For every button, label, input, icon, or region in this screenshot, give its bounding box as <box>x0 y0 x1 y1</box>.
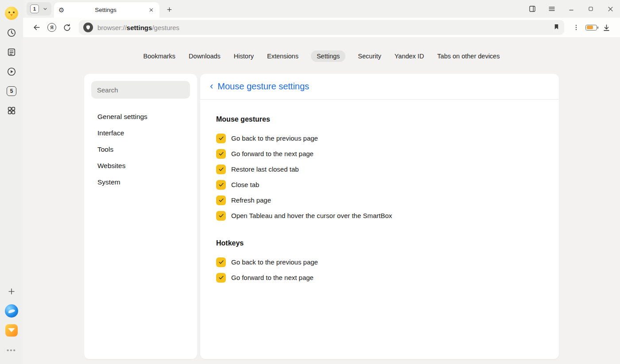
nav-settings[interactable]: Settings <box>311 50 345 62</box>
menu-item-tools[interactable]: Tools <box>91 142 190 157</box>
profile-avatar[interactable] <box>4 5 19 21</box>
nav-downloads[interactable]: Downloads <box>188 50 221 62</box>
browser-logo-icon[interactable] <box>4 303 19 319</box>
url-scheme: browser:// <box>97 24 127 31</box>
checkbox-row-hotkey-go-back[interactable]: Go back to the previous page <box>216 254 543 270</box>
tab-group-button[interactable]: 1 <box>27 2 51 15</box>
mail-app-icon[interactable] <box>4 322 19 338</box>
downloads-button[interactable] <box>599 20 614 35</box>
section-hotkeys: Hotkeys Go back to the previous page Go … <box>216 239 543 285</box>
search-input[interactable] <box>91 81 190 99</box>
battery-indicator[interactable] <box>584 20 599 35</box>
checkbox-checked-icon[interactable] <box>216 149 226 159</box>
checkbox-row-close-tab[interactable]: Close tab <box>216 177 543 192</box>
browser-window: 5 ••• 1 ⚙ Settings <box>0 0 620 364</box>
section-mouse-gestures: Mouse gestures Go back to the previous p… <box>216 115 543 223</box>
checkbox-label: Go forward to the next page <box>231 274 314 281</box>
yandex-mail-logo <box>5 324 18 337</box>
back-button[interactable] <box>29 20 44 35</box>
address-bar[interactable]: browser://settings/gestures <box>79 20 564 35</box>
checkbox-checked-icon[interactable] <box>216 134 226 143</box>
nav-security[interactable]: Security <box>357 50 382 62</box>
menu-item-websites[interactable]: Websites <box>91 158 190 173</box>
tab-title: Settings <box>64 7 147 13</box>
checkbox-row-refresh-page[interactable]: Refresh page <box>216 192 543 208</box>
video-icon[interactable] <box>4 64 19 80</box>
page-header: ‹ Mouse gesture settings <box>200 74 559 100</box>
nav-tabs-other-devices[interactable]: Tabs on other devices <box>436 50 500 62</box>
menu-hamburger-icon[interactable] <box>542 0 562 18</box>
back-chevron-icon[interactable]: ‹ <box>210 81 213 91</box>
checkbox-checked-icon[interactable] <box>216 211 226 221</box>
nav-extensions[interactable]: Extensions <box>266 50 299 62</box>
yandex-logo-ring: Я <box>47 23 56 32</box>
checkbox-row-go-back[interactable]: Go back to the previous page <box>216 130 543 146</box>
tab-close-icon[interactable] <box>147 6 155 14</box>
maximize-button[interactable] <box>581 0 601 18</box>
checkbox-row-go-forward[interactable]: Go forward to the next page <box>216 146 543 161</box>
site-security-icon[interactable] <box>83 23 93 32</box>
checkbox-checked-icon[interactable] <box>216 195 226 205</box>
checkbox-checked-icon[interactable] <box>216 165 226 174</box>
nav-bookmarks[interactable]: Bookmarks <box>143 50 177 62</box>
settings-menu-card: General settings Interface Tools Website… <box>84 74 197 359</box>
nav-history[interactable]: History <box>233 50 255 62</box>
menu-item-general-settings[interactable]: General settings <box>91 109 190 124</box>
close-window-button[interactable] <box>601 0 620 18</box>
more-apps-button[interactable]: ••• <box>4 342 19 358</box>
history-icon[interactable] <box>4 25 19 41</box>
checkbox-label: Restore last closed tab <box>231 165 299 173</box>
new-tab-button[interactable] <box>163 3 175 15</box>
side-panel-toggle-icon[interactable] <box>523 0 542 18</box>
checkbox-label: Refresh page <box>231 196 271 204</box>
chevron-down-icon[interactable] <box>41 5 50 13</box>
checkbox-row-hotkey-go-forward[interactable]: Go forward to the next page <box>216 270 543 285</box>
checkbox-label: Go back to the previous page <box>231 134 318 142</box>
section-heading: Mouse gestures <box>216 115 543 123</box>
reload-button[interactable] <box>59 20 74 35</box>
url-text: browser://settings/gestures <box>97 24 179 31</box>
checkbox-row-restore-tab[interactable]: Restore last closed tab <box>216 161 543 177</box>
checkbox-label: Go forward to the next page <box>231 150 314 157</box>
checkbox-label: Close tab <box>231 181 259 188</box>
toolbar: Я browser://settings/gestures <box>23 18 620 37</box>
yandex-browser-logo <box>5 304 18 318</box>
nav-yandex-id[interactable]: Yandex ID <box>394 50 425 62</box>
page-body: Mouse gestures Go back to the previous p… <box>200 100 559 285</box>
apps-grid-icon[interactable] <box>4 103 19 119</box>
window-controls <box>523 0 620 18</box>
settings-page: Bookmarks Downloads History Extensions S… <box>23 37 620 364</box>
tab-settings[interactable]: ⚙ Settings <box>54 2 159 18</box>
checkbox-checked-icon[interactable] <box>216 257 226 267</box>
checkbox-label: Open Tableau and hover the cursor over t… <box>231 212 392 219</box>
gesture-settings-card: ‹ Mouse gesture settings Mouse gestures … <box>200 74 559 359</box>
checkbox-checked-icon[interactable] <box>216 273 226 283</box>
bookmark-icon[interactable] <box>553 23 560 32</box>
tab-counter-button[interactable]: 5 <box>4 83 19 99</box>
tab-group-count: 1 <box>30 4 39 13</box>
minimize-button[interactable] <box>562 0 581 18</box>
checkbox-row-open-tableau[interactable]: Open Tableau and hover the cursor over t… <box>216 208 543 223</box>
page-title[interactable]: Mouse gesture settings <box>217 81 309 92</box>
tab-strip: 1 ⚙ Settings <box>23 0 620 18</box>
ellipsis-icon: ••• <box>7 346 16 354</box>
settings-menu-list: General settings Interface Tools Website… <box>91 109 190 190</box>
checkbox-label: Go back to the previous page <box>231 258 318 266</box>
url-host: settings <box>127 24 152 31</box>
feed-icon[interactable] <box>4 44 19 60</box>
menu-item-system[interactable]: System <box>91 175 190 190</box>
tab-counter-badge: 5 <box>7 86 16 96</box>
gear-icon: ⚙ <box>58 7 64 13</box>
section-heading: Hotkeys <box>216 239 543 247</box>
add-panel-button[interactable] <box>4 284 19 299</box>
battery-icon <box>585 25 597 31</box>
yandex-home-icon[interactable]: Я <box>44 20 59 35</box>
avatar-icon <box>5 7 18 20</box>
toolbar-more-icon[interactable] <box>569 20 584 35</box>
url-path: /gestures <box>152 24 179 31</box>
checkbox-checked-icon[interactable] <box>216 180 226 190</box>
menu-item-interface[interactable]: Interface <box>91 126 190 141</box>
settings-top-nav: Bookmarks Downloads History Extensions S… <box>23 37 620 62</box>
left-rail: 5 ••• <box>0 0 23 364</box>
